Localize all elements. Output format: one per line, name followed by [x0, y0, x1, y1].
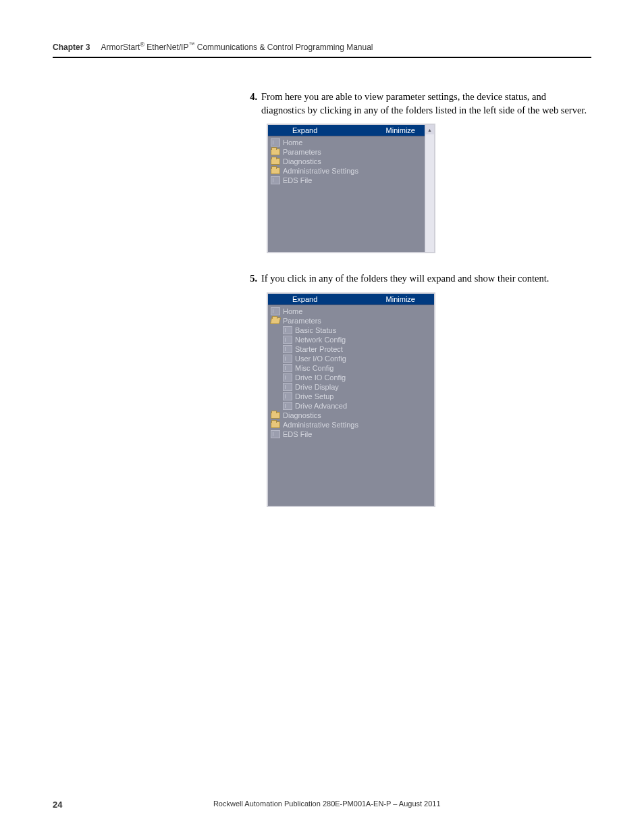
tree-item-diagnostics[interactable]: Diagnostics — [271, 411, 434, 420]
file-icon — [283, 336, 292, 344]
tree-label: Drive Setup — [295, 392, 333, 400]
scroll-up-arrow-icon[interactable]: ▲ — [425, 125, 434, 134]
file-icon — [283, 364, 292, 372]
nav-panel-expanded: Expand Minimize Home Parameters Basic St… — [267, 292, 435, 507]
expand-link[interactable]: Expand — [292, 295, 317, 303]
tree-label: User I/O Config — [295, 355, 346, 363]
tree-item-starter-protect[interactable]: Starter Protect — [271, 344, 434, 354]
tree-label: Diagnostics — [283, 411, 321, 419]
step-4-text: From here you are able to view parameter… — [261, 90, 591, 117]
scrollbar[interactable]: ▲ — [425, 125, 434, 252]
tree-item-drive-io-config[interactable]: Drive IO Config — [271, 373, 434, 382]
tree-label: Network Config — [295, 336, 346, 344]
expand-link[interactable]: Expand — [292, 126, 317, 134]
file-icon — [271, 307, 280, 315]
tree-label: Parameters — [283, 317, 321, 325]
folder-icon — [271, 167, 280, 174]
file-icon — [283, 402, 292, 410]
chapter-label: Chapter 3 — [53, 43, 90, 52]
tree-item-diagnostics[interactable]: Diagnostics — [271, 157, 434, 166]
header-title-part3: Communications & Control Programming Man… — [194, 43, 373, 52]
tree-label: Drive Advanced — [295, 402, 347, 410]
tree-label: Misc Config — [295, 364, 333, 372]
folder-icon — [271, 149, 280, 155]
tree-item-eds[interactable]: EDS File — [271, 176, 434, 185]
tree-item-admin[interactable]: Administrative Settings — [271, 166, 434, 176]
file-icon — [283, 326, 292, 334]
file-icon — [271, 138, 280, 147]
header-title-part1: ArmorStart — [101, 43, 140, 52]
folder-open-icon — [270, 317, 281, 324]
tree-label: EDS File — [283, 176, 312, 184]
file-icon — [283, 383, 292, 391]
tree-label: Parameters — [283, 148, 321, 156]
page-header: Chapter 3 ArmorStart® EtherNet/IP™ Commu… — [53, 41, 591, 58]
step-5-number: 5. — [246, 272, 261, 286]
tree-label: Diagnostics — [283, 157, 321, 165]
folder-icon — [271, 158, 280, 165]
nav-header: Expand Minimize — [268, 294, 434, 305]
folder-icon — [271, 412, 280, 419]
tree-label: Administrative Settings — [283, 167, 358, 175]
tree-label: Drive IO Config — [295, 373, 346, 382]
tree-label: Home — [283, 307, 302, 315]
file-icon — [271, 176, 280, 184]
tree-label: Home — [283, 138, 302, 147]
tree-item-eds[interactable]: EDS File — [271, 429, 434, 439]
tree-item-user-io-config[interactable]: User I/O Config — [271, 354, 434, 363]
publication-line: Rockwell Automation Publication 280E-PM0… — [62, 800, 591, 810]
tree-label: Drive Display — [295, 383, 339, 391]
step-4-number: 4. — [246, 90, 261, 117]
tree-label: Administrative Settings — [283, 421, 358, 429]
body-content: 4. From here you are able to view parame… — [246, 90, 591, 526]
tree-item-drive-display[interactable]: Drive Display — [271, 382, 434, 392]
tree-label: Starter Protect — [295, 345, 343, 353]
tree-label: EDS File — [283, 430, 312, 438]
header-title-part2: EtherNet/IP — [144, 43, 188, 52]
tree-item-parameters[interactable]: Parameters — [271, 316, 434, 325]
tree-item-drive-advanced[interactable]: Drive Advanced — [271, 401, 434, 411]
tree-item-misc-config[interactable]: Misc Config — [271, 363, 434, 373]
tree-item-home[interactable]: Home — [271, 138, 434, 147]
tree-label: Basic Status — [295, 326, 336, 334]
nav-header: Expand Minimize — [268, 125, 434, 136]
page-number: 24 — [53, 800, 62, 810]
tree-item-parameters[interactable]: Parameters — [271, 147, 434, 157]
step-4: 4. From here you are able to view parame… — [246, 90, 591, 117]
file-icon — [283, 392, 292, 400]
tree-item-home[interactable]: Home — [271, 307, 434, 316]
tree-item-drive-setup[interactable]: Drive Setup — [271, 392, 434, 401]
file-icon — [283, 355, 292, 363]
file-icon — [283, 373, 292, 382]
file-icon — [283, 345, 292, 353]
step-5: 5. If you click in any of the folders th… — [246, 272, 591, 286]
minimize-link[interactable]: Minimize — [386, 295, 415, 303]
nav-tree: Home Parameters Basic Status Network Con… — [268, 305, 434, 440]
tree-item-admin[interactable]: Administrative Settings — [271, 420, 434, 429]
folder-icon — [271, 421, 280, 428]
nav-tree: Home Parameters Diagnostics Administrati… — [268, 136, 434, 186]
step-5-text: If you click in any of the folders they … — [261, 272, 591, 286]
nav-panel-collapsed: ▲ Expand Minimize Home Parameters Diagno… — [267, 124, 435, 253]
file-icon — [271, 430, 280, 438]
header-text: Chapter 3 ArmorStart® EtherNet/IP™ Commu… — [53, 43, 373, 52]
page-footer: 24 Rockwell Automation Publication 280E-… — [53, 800, 591, 810]
tree-item-basic-status[interactable]: Basic Status — [271, 325, 434, 335]
tree-item-network-config[interactable]: Network Config — [271, 335, 434, 344]
minimize-link[interactable]: Minimize — [386, 126, 415, 134]
